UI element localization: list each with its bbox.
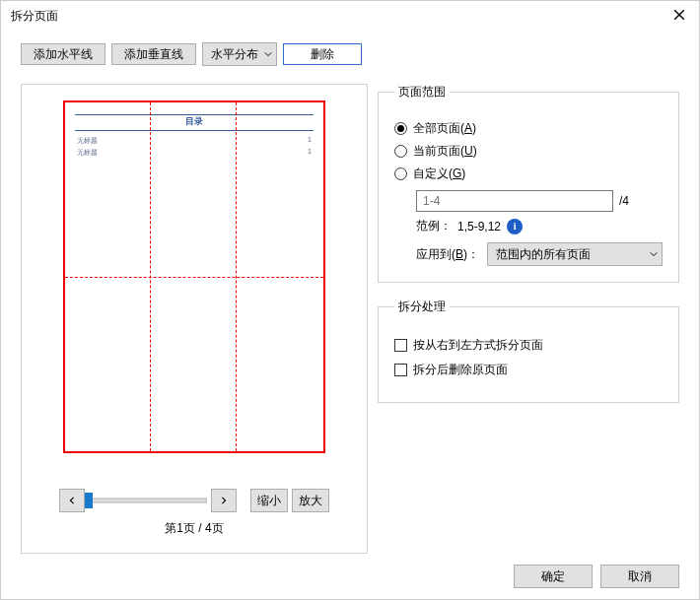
apply-to-select[interactable]: 范围内的所有页面 — [487, 242, 663, 266]
all-pages-radio[interactable] — [394, 122, 407, 135]
info-icon[interactable]: i — [507, 219, 523, 234]
chevron-right-icon — [220, 497, 228, 504]
page-range-legend: 页面范围 — [394, 84, 450, 100]
example-value: 1,5-9,12 — [457, 220, 501, 233]
slider-thumb[interactable] — [85, 493, 93, 508]
split-process-group: 拆分处理 按从右到左方式拆分页面 拆分后删除原页面 — [378, 299, 679, 403]
close-icon — [673, 9, 685, 21]
page-indicator: 第1页 / 4页 — [37, 520, 351, 537]
chevron-down-icon — [650, 247, 658, 261]
page-slider[interactable] — [89, 492, 207, 509]
zoom-out-button[interactable]: 缩小 — [250, 489, 288, 512]
page-range-group: 页面范围 全部页面(A) 当前页面(U) 自定义(G) — [378, 84, 679, 283]
distribute-select[interactable]: 水平分布 — [202, 42, 277, 66]
delete-after-checkbox[interactable] — [394, 364, 407, 376]
current-page-radio[interactable] — [394, 145, 407, 158]
all-pages-label[interactable]: 全部页面(A) — [413, 120, 476, 137]
delete-button[interactable]: 删除 — [283, 43, 362, 65]
page-preview[interactable]: 目录 无标题 1 无标题 1 — [63, 100, 325, 453]
delete-after-label[interactable]: 拆分后删除原页面 — [413, 362, 508, 378]
zoom-in-button[interactable]: 放大 — [292, 489, 329, 512]
slider-track — [89, 499, 207, 503]
preview-heading: 目录 — [75, 114, 314, 131]
split-process-legend: 拆分处理 — [394, 299, 450, 315]
preview-row: 无标题 1 — [75, 135, 314, 147]
page-range-input[interactable]: 1-4 — [416, 190, 613, 212]
next-page-button[interactable] — [211, 489, 237, 512]
ok-button[interactable]: 确定 — [514, 565, 593, 588]
preview-row: 无标题 1 — [75, 147, 314, 159]
page-total-label: /4 — [619, 194, 629, 208]
add-horizontal-line-button[interactable]: 添加水平线 — [21, 43, 105, 65]
close-button[interactable] — [669, 5, 689, 25]
cancel-button[interactable]: 取消 — [600, 565, 679, 588]
apply-to-value: 范围内的所有页面 — [496, 246, 591, 263]
dialog-title: 拆分页面 — [11, 8, 58, 25]
custom-range-label[interactable]: 自定义(G) — [413, 166, 465, 182]
rtl-split-label[interactable]: 按从右到左方式拆分页面 — [413, 337, 543, 354]
apply-to-label: 应用到(B)： — [416, 246, 479, 263]
chevron-left-icon — [68, 497, 76, 504]
distribute-select-label: 水平分布 — [211, 46, 258, 63]
custom-range-radio[interactable] — [394, 167, 407, 180]
current-page-label[interactable]: 当前页面(U) — [413, 143, 477, 160]
prev-page-button[interactable] — [59, 489, 85, 512]
rtl-split-checkbox[interactable] — [394, 339, 407, 352]
horizontal-split-line[interactable] — [65, 277, 323, 278]
add-vertical-line-button[interactable]: 添加垂直线 — [111, 43, 196, 65]
chevron-down-icon — [264, 50, 272, 58]
example-label: 范例： — [416, 218, 452, 234]
